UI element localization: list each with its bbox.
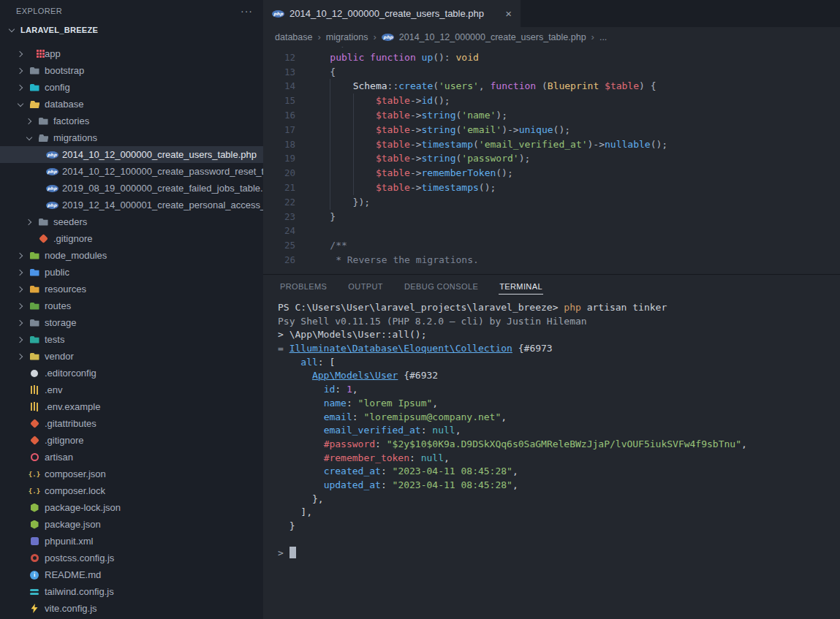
terminal-line-11: #password: "$2y$10$0K9a.D9DSkXQq6s0SaGMR… [278,438,840,452]
text-segment: > [278,547,290,558]
line-number: 20 [263,166,295,181]
tree-item-routes[interactable]: routes [0,297,263,314]
tree-item-2014-10-12-100000-create-password-reset-t[interactable]: 2014_10_12_100000_create_password_reset_… [0,163,263,180]
breadcrumb-item-database[interactable]: database [275,32,312,42]
editor-tab[interactable]: 2014_10_12_000000_create_users_table.php… [263,0,521,27]
text-segment: 'email' [461,124,502,135]
chevron-right-icon[interactable] [22,115,37,127]
text-segment: create [398,80,433,91]
chevron-right-icon[interactable] [13,65,28,77]
tree-item-env[interactable]: .env [0,381,263,398]
text-segment [278,452,324,463]
folder-icon [37,216,50,228]
breadcrumb-item-2014-10-12-000000-create-users-table-php[interactable]: 2014_10_12_000000_create_users_table.php [382,31,586,43]
text-segment: #remember_token [324,452,409,463]
tree-item-composer-json[interactable]: composer.json [0,466,263,482]
panel-tab-output[interactable]: OUTPUT [347,278,384,294]
line-number: 12 [263,50,295,65]
more-actions-icon[interactable]: ··· [241,7,253,15]
panel-tab-debug-console[interactable]: DEBUG CONSOLE [404,278,479,294]
chevron-down-icon[interactable] [22,132,37,144]
terminal-line-10: email_verified_at: null, [278,424,840,438]
chevron-right-icon[interactable] [13,351,28,362]
tree-item-gitignore[interactable]: .gitignore [0,230,263,247]
text-segment: (): [433,52,455,63]
tree-item-vendor[interactable]: vendor [0,348,263,365]
tree-item-2019-08-19-000000-create-failed-jobs-table[interactable]: 2019_08_19_000000_create_failed_jobs_tab… [0,180,263,197]
sliders-icon [28,384,41,396]
tree-item-label: migrations [53,132,97,143]
breadcrumb-item-migrations[interactable]: migrations [326,32,368,42]
text-segment [307,139,376,150]
tree-item-2014-10-12-000000-create-users-table-php[interactable]: 2014_10_12_000000_create_users_table.php [0,146,263,163]
text-segment: 'users' [439,80,479,91]
code-editor[interactable]: 11 */12 public function up(): void13 {14… [263,47,840,274]
tree-item-editorconfig[interactable]: .editorconfig [0,365,263,381]
chevron-right-icon[interactable] [22,216,37,228]
text-segment: id [422,95,434,106]
chevron-down-icon[interactable] [13,99,28,110]
breadcrumb-separator-icon: › [373,31,376,42]
code-text: { [307,65,336,80]
panel-tab-problems[interactable]: PROBLEMS [279,278,328,294]
breadcrumb-item-[interactable]: ... [599,32,607,42]
tree-item-package-lock-json[interactable]: package-lock.json [0,499,263,516]
chevron-right-icon[interactable] [13,267,28,278]
tree-item-composer-lock[interactable]: composer.lock [0,482,263,499]
text-segment: , [479,80,491,91]
line-number: 26 [263,253,295,267]
tree-item-readme-md[interactable]: README.md [0,566,263,583]
text-segment [278,370,312,381]
chevron-right-icon[interactable] [13,284,28,295]
workspace-root-row[interactable]: LARAVEL_BREEZE [0,22,263,38]
tree-item-package-json[interactable]: package.json [0,516,263,533]
text-segment: : [381,466,393,476]
chevron-right-icon[interactable] [13,300,28,312]
tree-item-resources[interactable]: resources [0,281,263,297]
text-segment: Blueprint [548,80,605,91]
tree-item-tailwind-config-js[interactable]: tailwind.config.js [0,583,263,600]
chevron-right-icon[interactable] [13,317,28,329]
tree-item-postcss-config-js[interactable]: postcss.config.js [0,550,263,566]
tree-item-env-example[interactable]: .env.example [0,398,263,415]
close-icon[interactable]: × [504,7,513,20]
tree-item-node-modules[interactable]: node_modules [0,247,263,264]
terminal[interactable]: PS C:\Users\User\laravel_projects\larave… [263,297,840,561]
text-segment: 'password' [461,153,518,164]
line-number: 21 [263,181,295,195]
hexagon-icon [28,502,41,514]
text-segment: , [512,466,518,476]
tree-item-public[interactable]: public [0,264,263,281]
tree-item-migrations[interactable]: migrations [0,129,263,146]
tree-item-vite-config-js[interactable]: vite.config.js [0,600,263,617]
text-segment: ( [542,80,548,91]
git-icon [28,418,41,430]
tree-item-bootstrap[interactable]: bootstrap [0,62,263,79]
panel-tab-terminal[interactable]: TERMINAL [499,278,543,295]
tree-item-phpunit-xml[interactable]: phpunit.xml [0,533,263,550]
tree-item-2019-12-14-000001-create-personal-access-t[interactable]: 2019_12_14_000001_create_personal_access… [0,197,263,213]
tree-item-storage[interactable]: storage [0,314,263,331]
tree-item-database[interactable]: database [0,96,263,113]
tree-item-seeders[interactable]: seeders [0,213,263,230]
tree-item-artisan[interactable]: artisan [0,449,263,466]
tree-item-tests[interactable]: tests [0,331,263,348]
text-segment: , [352,384,358,395]
chevron-right-icon[interactable] [13,48,28,60]
text-segment: null [421,452,444,463]
text-segment: Illuminate\Database\Eloquent\Collection [290,343,512,354]
tree-item-label: .env [45,384,63,395]
tree-item-app[interactable]: app [0,45,263,62]
text-segment: { [307,67,336,77]
text-segment [278,411,324,422]
text-segment: Psy Shell v0.11.15 (PHP 8.2.0 — cli) by … [278,316,587,327]
code-line-13: 13 { [263,65,840,80]
chevron-right-icon[interactable] [13,334,28,346]
text-segment: : [375,438,387,449]
tree-item-gitignore[interactable]: .gitignore [0,432,263,449]
chevron-right-icon[interactable] [13,82,28,94]
tree-item-gitattributes[interactable]: .gitattributes [0,415,263,432]
tree-item-factories[interactable]: factories [0,113,263,129]
tree-item-config[interactable]: config [0,79,263,96]
chevron-right-icon[interactable] [13,250,28,262]
